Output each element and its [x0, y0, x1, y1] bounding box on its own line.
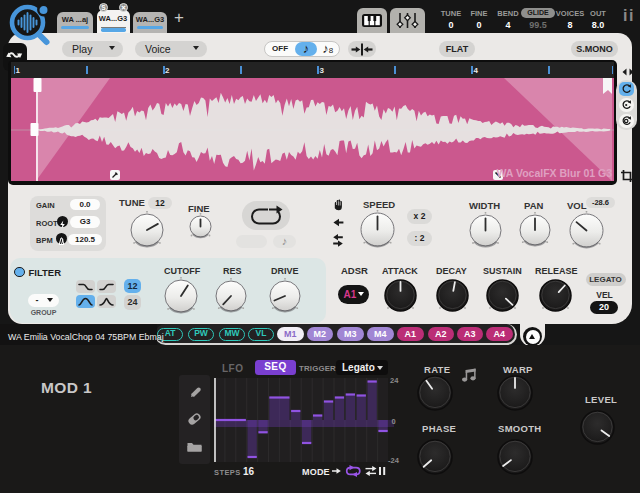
svg-text:WA VocalFX Blur 01 G3: WA VocalFX Blur 01 G3	[496, 167, 612, 179]
